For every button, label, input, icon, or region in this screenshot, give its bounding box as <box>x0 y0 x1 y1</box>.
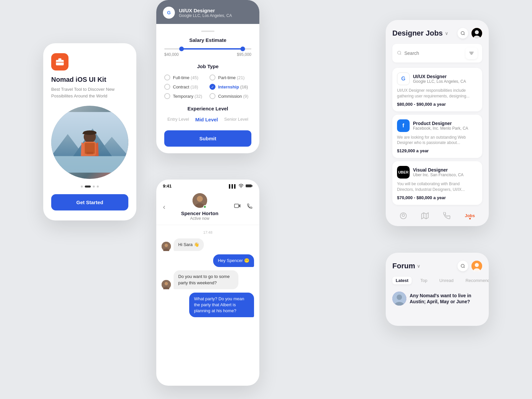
job-type-fulltime[interactable]: Full-time (45) <box>164 74 206 80</box>
bubble-1: Hi Sara 👋 <box>174 238 204 251</box>
job-card-uber[interactable]: UBER Visual Designer Uber Inc. San Franc… <box>392 161 482 205</box>
bubble-4: What party? Do you mean the party that A… <box>189 293 254 318</box>
nav-travel[interactable] <box>443 212 451 219</box>
exp-entry[interactable]: Entry Level <box>167 117 189 122</box>
nav-map[interactable] <box>421 212 429 219</box>
svg-point-19 <box>197 196 203 202</box>
search-button[interactable] <box>458 28 468 39</box>
dot-2 <box>85 186 91 188</box>
forum-search-button[interactable] <box>458 261 468 271</box>
job-type-commission[interactable]: Commission (9) <box>209 93 251 99</box>
phone-call-button[interactable] <box>247 203 253 211</box>
job-card-google[interactable]: G UI/UX Designer Google LLC, Los Angeles… <box>392 68 482 111</box>
radio-internship[interactable] <box>209 84 215 90</box>
salary-slider[interactable]: $40,000 $95,000 <box>164 48 251 57</box>
svg-rect-16 <box>246 184 252 187</box>
job-salary-1: $80,000 - $90,000 a year <box>397 102 477 107</box>
forum-tabs: Latest Top Unread Recommended <box>392 277 482 284</box>
svg-rect-17 <box>252 185 253 187</box>
app-description: Best Travel Tool to Discover New Possibi… <box>51 86 128 99</box>
radio-parttime[interactable] <box>209 74 215 80</box>
job-type-grid: Full-time (45) Part-time (21) Contract (… <box>164 74 251 99</box>
message-2: Hey Spencer 😶 <box>162 254 254 267</box>
job-title-1: UI/UX Designer <box>413 74 466 79</box>
svg-point-34 <box>402 214 404 216</box>
label-parttime: Part-time (21) <box>218 75 244 80</box>
online-indicator <box>203 205 206 208</box>
exp-senior[interactable]: Senior Level <box>224 117 248 122</box>
message-1: Hi Sara 👋 <box>162 238 254 251</box>
hero-image <box>51 106 128 179</box>
slider-thumb-right[interactable] <box>240 47 245 51</box>
post-avatar <box>392 292 406 306</box>
nav-home[interactable] <box>400 212 407 219</box>
forum-chevron-icon[interactable]: ∨ <box>417 263 420 269</box>
forum-post-1[interactable]: Any Nomad's want to live in Austin; Apri… <box>392 288 482 306</box>
google-logo: G <box>163 7 175 19</box>
battery-icon <box>245 184 253 189</box>
logo-facebook: f <box>397 119 410 132</box>
job-type-section-title: Job Type <box>164 64 251 69</box>
header-icons <box>458 28 482 39</box>
get-started-button[interactable]: Get Started <box>51 194 128 210</box>
svg-point-23 <box>165 244 168 247</box>
chat-user-info: Spencer Horton Active now <box>165 193 234 221</box>
search-input[interactable] <box>404 51 463 56</box>
wifi-icon <box>239 184 243 189</box>
tab-recommended[interactable]: Recommended <box>462 277 489 284</box>
video-call-button[interactable] <box>234 203 241 211</box>
job-info-3: Visual Designer Uber Inc. San Francisco,… <box>413 167 464 177</box>
radio-fulltime[interactable] <box>164 74 170 80</box>
nav-active-dot <box>469 218 471 219</box>
job-desc-1: UI/UX Designer responsibilities include … <box>397 88 477 99</box>
jobs-nav-label: Jobs <box>465 213 475 218</box>
job-type-internship[interactable]: Internship (16) <box>209 84 251 90</box>
job-info-1: UI/UX Designer Google LLC, Los Angeles, … <box>413 74 466 84</box>
job-desc-2: We are looking for an outstanding Web De… <box>397 135 477 146</box>
svg-rect-21 <box>234 204 238 208</box>
filter-button[interactable] <box>466 47 477 59</box>
chevron-down-icon[interactable]: ∨ <box>445 31 448 36</box>
svg-rect-13 <box>86 152 93 153</box>
svg-point-33 <box>400 213 406 219</box>
tab-top[interactable]: Top <box>417 277 431 284</box>
radio-commission[interactable] <box>209 93 215 99</box>
submit-button[interactable]: Submit <box>164 130 251 147</box>
page-indicator <box>51 186 128 188</box>
header-company: Google LLC, Los Angeles, CA <box>179 13 232 18</box>
forum-title: Forum <box>392 262 415 270</box>
logo-google: G <box>397 72 410 85</box>
job-type-contract[interactable]: Contract (18) <box>164 84 206 90</box>
slider-track <box>164 48 251 50</box>
radio-temporary[interactable] <box>164 93 170 99</box>
svg-rect-9 <box>83 132 96 134</box>
radio-contract[interactable] <box>164 84 170 90</box>
job-salary-2: $129,000 a year <box>397 148 477 153</box>
salary-max: $95,000 <box>237 52 251 57</box>
salary-section-title: Salary Estimate <box>164 37 251 43</box>
back-button[interactable]: ‹ <box>163 203 165 211</box>
nav-jobs[interactable]: Jobs <box>465 213 475 218</box>
header-job-title: UI/UX Designer <box>179 8 232 13</box>
timestamp: 17:48 <box>162 230 254 234</box>
salary-min: $40,000 <box>164 52 179 57</box>
contact-name: Spencer Horton <box>165 210 234 216</box>
bubble-3: Do you want to go to some party this wee… <box>174 270 238 289</box>
job-desc-3: You will be collaborating with Brand Dir… <box>397 181 477 193</box>
svg-point-32 <box>398 51 401 54</box>
slider-thumb-left[interactable] <box>179 47 184 51</box>
exp-mid[interactable]: Mid Level <box>195 117 218 122</box>
tab-latest[interactable]: Latest <box>392 277 412 284</box>
job-type-temporary[interactable]: Temporary (32) <box>164 93 206 99</box>
job-type-parttime[interactable]: Part-time (21) <box>209 74 251 80</box>
title-area: Designer Jobs ∨ <box>392 29 448 38</box>
job-company-3: Uber Inc. San Francisco, CA <box>413 173 464 177</box>
job-card-facebook[interactable]: f Product Designer Facebook, Inc. Menlo … <box>392 115 482 158</box>
svg-point-30 <box>475 30 479 34</box>
user-avatar <box>471 28 482 39</box>
jobs-title: Designer Jobs <box>392 29 443 38</box>
phone-chat: 9:41 ▌▌▌ ‹ Spen <box>156 180 259 386</box>
status-bar: 9:41 ▌▌▌ <box>156 180 259 191</box>
tab-unread[interactable]: Unread <box>436 277 457 284</box>
job-title-2: Product Designer <box>413 121 468 126</box>
